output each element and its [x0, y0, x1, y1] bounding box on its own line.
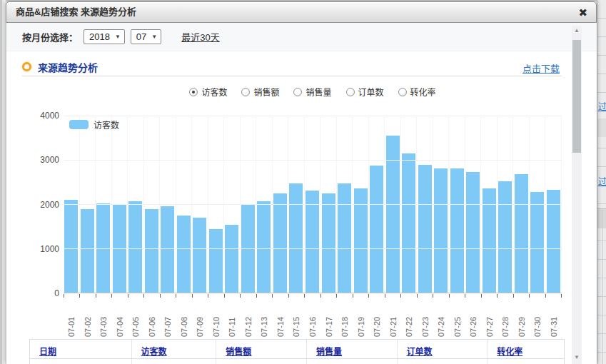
bar-07-29[interactable]	[515, 174, 528, 293]
bar-07-21[interactable]	[386, 136, 400, 293]
chart-legend[interactable]: 访客数	[69, 118, 119, 131]
metric-radio-2[interactable]: 销售额	[241, 86, 279, 98]
background-table-divider	[602, 208, 603, 364]
x-axis-tick-label: 07-09	[192, 301, 208, 337]
section-bullet-icon	[22, 62, 31, 71]
bar-07-24[interactable]	[434, 168, 448, 293]
gridline	[64, 248, 562, 249]
background-partial-link: 过	[598, 175, 606, 187]
month-filter-row: 按月份选择： 2018 ▼ 07 ▼ 最近30天	[6, 23, 597, 51]
recent-30-days-link[interactable]: 最近30天	[181, 30, 219, 44]
bar-07-25[interactable]	[450, 168, 464, 293]
y-axis-tick-label: 4000	[26, 111, 59, 121]
x-axis-tick-label: 07-12	[241, 301, 257, 337]
bar-07-22[interactable]	[402, 153, 415, 293]
x-axis-ticks	[64, 294, 562, 298]
bar-07-08[interactable]	[177, 216, 191, 293]
bar-07-13[interactable]	[257, 201, 271, 293]
bar-07-01[interactable]	[64, 200, 78, 293]
bar-07-06[interactable]	[145, 209, 158, 293]
bar-07-05[interactable]	[128, 201, 142, 293]
x-axis-tick-label: 07-28	[498, 301, 514, 337]
x-axis-tick-label: 07-08	[176, 301, 193, 337]
table-header-6[interactable]: 转化率	[488, 340, 564, 358]
bar-07-10[interactable]	[209, 229, 223, 293]
bar-07-16[interactable]	[305, 191, 319, 293]
x-axis-tick-label: 07-04	[112, 301, 128, 337]
metric-radio-5[interactable]: 转化率	[398, 86, 436, 98]
x-axis-tick-label: 07-16	[305, 301, 321, 337]
year-select[interactable]: 2018 ▼	[84, 29, 125, 44]
metric-radio-3[interactable]: 销售量	[293, 86, 331, 98]
table-cell	[216, 359, 307, 364]
metric-radio-1[interactable]: 访客数	[189, 86, 227, 98]
y-axis-tick-label: 0	[26, 288, 59, 298]
bar-07-31[interactable]	[547, 190, 560, 293]
table-header-5[interactable]: 订单数	[398, 340, 488, 358]
bar-07-28[interactable]	[498, 181, 512, 293]
scroll-up-icon[interactable]: ▲	[572, 26, 582, 36]
bar-07-30[interactable]	[530, 192, 544, 293]
bar-07-20[interactable]	[370, 166, 383, 293]
x-axis-tick-label: 07-06	[144, 301, 161, 337]
bar-07-02[interactable]	[81, 209, 94, 293]
metric-radio-label: 销售量	[305, 86, 331, 98]
gridline	[64, 160, 562, 161]
scrollbar-thumb[interactable]	[572, 40, 581, 153]
detail-table: 日期访客数销售额销售量订单数转化率	[29, 339, 565, 364]
bar-07-15[interactable]	[289, 183, 303, 293]
close-icon[interactable]: ✖	[578, 2, 587, 24]
table-header-3[interactable]: 销售额	[216, 340, 307, 358]
table-header-row: 日期访客数销售额销售量订单数转化率	[29, 339, 565, 359]
x-axis-labels: 07-0107-0207-0307-0407-0507-0607-0707-08…	[64, 301, 562, 337]
table-header-2[interactable]: 访客数	[132, 340, 217, 358]
bar-07-17[interactable]	[322, 193, 335, 293]
radio-icon[interactable]	[398, 88, 407, 96]
x-axis-tick-label: 07-24	[433, 301, 450, 337]
dialog-titlebar[interactable]: 商品&店铺搜索 来源趋势分析 ✖	[6, 1, 597, 23]
chevron-down-icon: ▼	[115, 34, 121, 40]
scrollbar-track[interactable]: ▲ ▼	[572, 26, 582, 364]
table-cell	[398, 359, 488, 364]
x-axis-tick-label: 07-18	[337, 301, 353, 337]
year-select-value: 2018	[89, 31, 110, 42]
radio-icon[interactable]	[346, 88, 355, 96]
x-axis-tick-label: 07-29	[513, 301, 530, 337]
x-axis-tick-label: 07-02	[80, 301, 96, 337]
table-cell	[307, 359, 398, 364]
month-select-value: 07	[136, 31, 146, 42]
bar-07-11[interactable]	[225, 225, 238, 293]
x-axis-tick-label: 07-13	[256, 301, 273, 337]
bar-07-07[interactable]	[161, 206, 174, 293]
scroll-down-icon[interactable]: ▼	[572, 353, 582, 363]
x-axis-tick-label: 07-26	[465, 301, 482, 337]
table-cell	[132, 359, 217, 364]
table-header-4[interactable]: 销售量	[307, 340, 398, 358]
bar-07-09[interactable]	[193, 218, 206, 293]
month-select[interactable]: 07 ▼	[131, 29, 161, 44]
legend-label: 访客数	[94, 118, 119, 131]
metric-radio-group: 访客数销售额销售量订单数转化率	[64, 86, 562, 98]
background-page-left	[0, 0, 6, 364]
download-link[interactable]: 点击下载	[522, 61, 560, 75]
table-header-1[interactable]: 日期	[30, 340, 132, 358]
x-axis-tick-label: 07-30	[530, 301, 546, 337]
metric-radio-4[interactable]: 订单数	[346, 86, 384, 98]
radio-icon[interactable]	[293, 88, 302, 96]
table-row	[29, 359, 565, 364]
metric-radio-label: 销售额	[253, 86, 279, 98]
radio-icon[interactable]	[241, 88, 250, 96]
x-axis-tick-label: 07-17	[320, 301, 337, 337]
bar-07-26[interactable]	[466, 172, 480, 293]
x-axis-tick-label: 07-10	[208, 301, 225, 337]
bar-07-23[interactable]	[418, 165, 432, 293]
section-divider	[22, 76, 562, 76]
bar-07-18[interactable]	[338, 183, 351, 293]
table-cell	[30, 359, 132, 364]
bar-07-14[interactable]	[273, 193, 287, 293]
table-cell	[488, 359, 564, 364]
section-title: 来源趋势分析	[38, 60, 98, 74]
radio-selected-icon[interactable]	[189, 88, 198, 96]
x-axis-tick-label: 07-05	[128, 301, 144, 337]
x-axis-tick-label: 07-07	[160, 301, 176, 337]
